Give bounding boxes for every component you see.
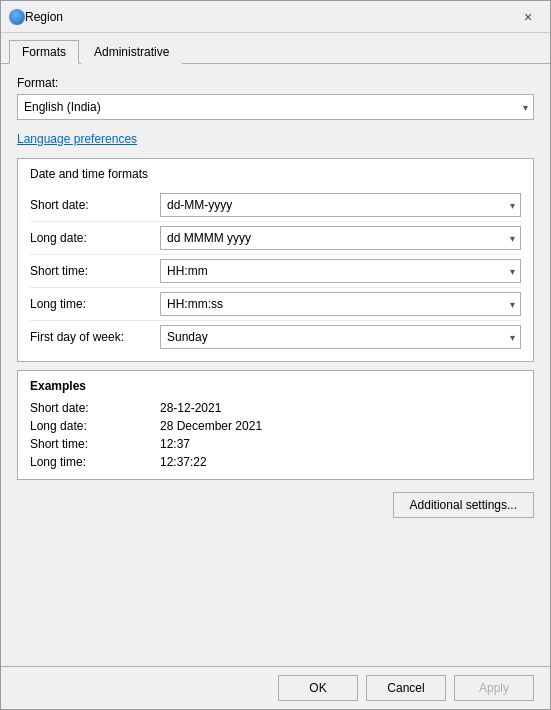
cancel-button[interactable]: Cancel	[366, 675, 446, 701]
apply-button[interactable]: Apply	[454, 675, 534, 701]
short-time-select[interactable]: HH:mm	[160, 259, 521, 283]
first-day-select-wrapper: Sunday ▾	[160, 325, 521, 349]
dialog-title: Region	[25, 10, 514, 24]
short-time-row: Short time: HH:mm ▾	[30, 255, 521, 288]
format-label: Format:	[17, 76, 534, 90]
example-short-time-row: Short time: 12:37	[30, 435, 521, 453]
example-long-date-label: Long date:	[30, 419, 160, 433]
tab-administrative[interactable]: Administrative	[81, 40, 182, 64]
short-date-select[interactable]: dd-MM-yyyy	[160, 193, 521, 217]
long-time-select-wrapper: HH:mm:ss ▾	[160, 292, 521, 316]
first-day-row: First day of week: Sunday ▾	[30, 321, 521, 353]
long-date-select-wrapper: dd MMMM yyyy ▾	[160, 226, 521, 250]
example-short-time-value: 12:37	[160, 437, 190, 451]
long-time-row: Long time: HH:mm:ss ▾	[30, 288, 521, 321]
format-select[interactable]: English (India)	[17, 94, 534, 120]
long-time-select[interactable]: HH:mm:ss	[160, 292, 521, 316]
long-date-row: Long date: dd MMMM yyyy ▾	[30, 222, 521, 255]
format-section: Format: English (India) ▾	[17, 76, 534, 120]
example-long-time-row: Long time: 12:37:22	[30, 453, 521, 471]
short-date-label: Short date:	[30, 198, 160, 212]
title-bar: Region ×	[1, 1, 550, 33]
additional-settings-button[interactable]: Additional settings...	[393, 492, 534, 518]
long-date-label: Long date:	[30, 231, 160, 245]
long-time-label: Long time:	[30, 297, 160, 311]
tab-bar: Formats Administrative	[1, 33, 550, 64]
example-short-date-row: Short date: 28-12-2021	[30, 399, 521, 417]
example-long-time-value: 12:37:22	[160, 455, 207, 469]
additional-settings-row: Additional settings...	[17, 488, 534, 522]
short-time-label: Short time:	[30, 264, 160, 278]
example-short-date-value: 28-12-2021	[160, 401, 221, 415]
long-date-select[interactable]: dd MMMM yyyy	[160, 226, 521, 250]
examples-title: Examples	[30, 379, 521, 393]
close-button[interactable]: ×	[514, 6, 542, 28]
examples-section: Examples Short date: 28-12-2021 Long dat…	[17, 370, 534, 480]
example-short-date-label: Short date:	[30, 401, 160, 415]
first-day-select[interactable]: Sunday	[160, 325, 521, 349]
region-dialog: Region × Formats Administrative Format: …	[0, 0, 551, 710]
short-date-row: Short date: dd-MM-yyyy ▾	[30, 189, 521, 222]
ok-button[interactable]: OK	[278, 675, 358, 701]
language-preferences-link[interactable]: Language preferences	[17, 132, 534, 146]
datetime-formats-section: Date and time formats Short date: dd-MM-…	[17, 158, 534, 362]
first-day-label: First day of week:	[30, 330, 160, 344]
example-long-date-row: Long date: 28 December 2021	[30, 417, 521, 435]
short-time-select-wrapper: HH:mm ▾	[160, 259, 521, 283]
short-date-select-wrapper: dd-MM-yyyy ▾	[160, 193, 521, 217]
datetime-section-title: Date and time formats	[30, 167, 521, 181]
content-area: Format: English (India) ▾ Language prefe…	[1, 64, 550, 666]
example-short-time-label: Short time:	[30, 437, 160, 451]
footer: OK Cancel Apply	[1, 666, 550, 709]
format-select-wrapper: English (India) ▾	[17, 94, 534, 120]
tab-formats[interactable]: Formats	[9, 40, 79, 64]
example-long-time-label: Long time:	[30, 455, 160, 469]
example-long-date-value: 28 December 2021	[160, 419, 262, 433]
globe-icon	[9, 9, 25, 25]
